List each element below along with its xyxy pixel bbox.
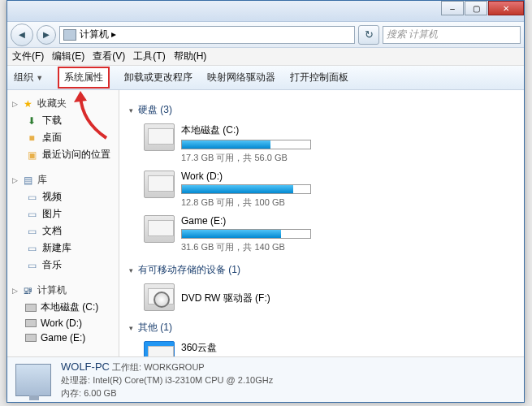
search-input[interactable]: 搜索 计算机: [383, 26, 521, 44]
map-drive-button[interactable]: 映射网络驱动器: [207, 71, 275, 84]
dvd-icon: [144, 283, 175, 311]
drive-space: 17.3 GB 可用，共 56.0 GB: [181, 152, 322, 164]
drive-name: 本地磁盘 (C:): [181, 123, 322, 137]
computer-large-icon: [15, 364, 51, 396]
control-panel-button[interactable]: 打开控制面板: [290, 71, 348, 84]
system-properties-button[interactable]: 系统属性: [58, 67, 110, 89]
drive-name: Work (D:): [181, 171, 322, 182]
sidebar-item-videos[interactable]: ▭视频: [7, 188, 119, 205]
main-content: ▾硬盘 (3) 本地磁盘 (C:) 17.3 GB 可用，共 56.0 GB W…: [119, 90, 524, 356]
section-hdd[interactable]: ▾硬盘 (3): [129, 100, 514, 120]
section-other[interactable]: ▾其他 (1): [129, 317, 514, 338]
drive-dvd[interactable]: DVD RW 驱动器 (F:): [144, 283, 322, 311]
maximize-button[interactable]: ▢: [465, 1, 487, 15]
menu-file[interactable]: 文件(F): [12, 50, 44, 63]
sidebar: ▷★收藏夹 ⬇下载 ■桌面 ▣最近访问的位置 ▷▤库 ▭视频 ▭图片 ▭文档 ▭…: [7, 90, 119, 356]
body: ▷★收藏夹 ⬇下载 ■桌面 ▣最近访问的位置 ▷▤库 ▭视频 ▭图片 ▭文档 ▭…: [7, 90, 524, 356]
drive-d[interactable]: Work (D:) 12.8 GB 可用，共 100 GB: [144, 171, 322, 209]
sidebar-item-newlib[interactable]: ▭新建库: [7, 240, 119, 257]
sidebar-item-recent[interactable]: ▣最近访问的位置: [7, 146, 119, 163]
explorer-window: – ▢ ✕ ◄ ► 计算机 ▸ ↻ 搜索 计算机 文件(F) 编辑(E) 查看(…: [6, 0, 525, 403]
drive-icon: [144, 123, 175, 151]
computer-icon: [63, 29, 76, 41]
menu-tools[interactable]: 工具(T): [133, 50, 165, 63]
drive-icon: [144, 171, 175, 198]
drive-c[interactable]: 本地磁盘 (C:) 17.3 GB 可用，共 56.0 GB: [144, 123, 322, 164]
drive-name: DVD RW 驱动器 (F:): [181, 292, 322, 305]
section-removable[interactable]: ▾有可移动存储的设备 (1): [129, 260, 514, 280]
close-button[interactable]: ✕: [488, 1, 524, 15]
sidebar-item-music[interactable]: ▭音乐: [7, 257, 119, 274]
minimize-button[interactable]: –: [441, 1, 464, 15]
drive-name: 360云盘: [181, 341, 322, 355]
usage-bar: [181, 184, 311, 194]
sidebar-item-drive-c[interactable]: 本地磁盘 (C:): [7, 299, 119, 316]
forward-button[interactable]: ►: [37, 25, 56, 45]
details-info: WOLF-PC 工作组: WORKGROUP 处理器: Intel(R) Cor…: [61, 360, 273, 400]
drive-name: Game (E:): [181, 215, 322, 227]
navbar: ◄ ► 计算机 ▸ ↻ 搜索 计算机: [7, 22, 524, 48]
drive-icon: [144, 215, 175, 243]
menu-help[interactable]: 帮助(H): [174, 50, 207, 63]
titlebar: – ▢ ✕: [7, 1, 524, 22]
breadcrumb[interactable]: 计算机 ▸: [80, 28, 116, 41]
sidebar-item-desktop[interactable]: ■桌面: [7, 129, 119, 146]
sidebar-item-downloads[interactable]: ⬇下载: [7, 112, 119, 129]
usage-bar: [181, 229, 311, 239]
back-button[interactable]: ◄: [11, 24, 33, 46]
sidebar-computer-header[interactable]: ▷🖳计算机: [7, 282, 119, 299]
sidebar-item-drive-d[interactable]: Work (D:): [7, 316, 119, 330]
details-pane: WOLF-PC 工作组: WORKGROUP 处理器: Intel(R) Cor…: [7, 356, 524, 402]
menubar: 文件(F) 编辑(E) 查看(V) 工具(T) 帮助(H): [7, 48, 524, 66]
search-placeholder: 搜索 计算机: [387, 28, 438, 41]
sidebar-favorites-header[interactable]: ▷★收藏夹: [7, 95, 119, 112]
address-bar[interactable]: 计算机 ▸: [59, 26, 355, 44]
sidebar-libraries-header[interactable]: ▷▤库: [7, 171, 119, 188]
toolbar: 组织 ▼ 系统属性 卸载或更改程序 映射网络驱动器 打开控制面板: [7, 66, 524, 90]
menu-edit[interactable]: 编辑(E): [52, 50, 84, 63]
organize-button[interactable]: 组织 ▼: [14, 71, 43, 84]
menu-view[interactable]: 查看(V): [93, 50, 125, 63]
drive-space: 31.6 GB 可用，共 140 GB: [181, 241, 322, 253]
usage-bar: [181, 140, 311, 149]
sidebar-item-drive-e[interactable]: Game (E:): [7, 330, 119, 345]
refresh-button[interactable]: ↻: [358, 25, 379, 45]
cloud-icon: [144, 341, 175, 356]
uninstall-button[interactable]: 卸载或更改程序: [124, 71, 192, 84]
sidebar-item-documents[interactable]: ▭文档: [7, 222, 119, 240]
drive-cloud[interactable]: 360云盘 方便好用的网络U盘: [144, 341, 322, 356]
sidebar-item-pictures[interactable]: ▭图片: [7, 205, 119, 222]
computer-name: WOLF-PC: [61, 361, 110, 373]
drive-space: 12.8 GB 可用，共 100 GB: [181, 197, 322, 209]
drive-e[interactable]: Game (E:) 31.6 GB 可用，共 140 GB: [144, 215, 322, 253]
